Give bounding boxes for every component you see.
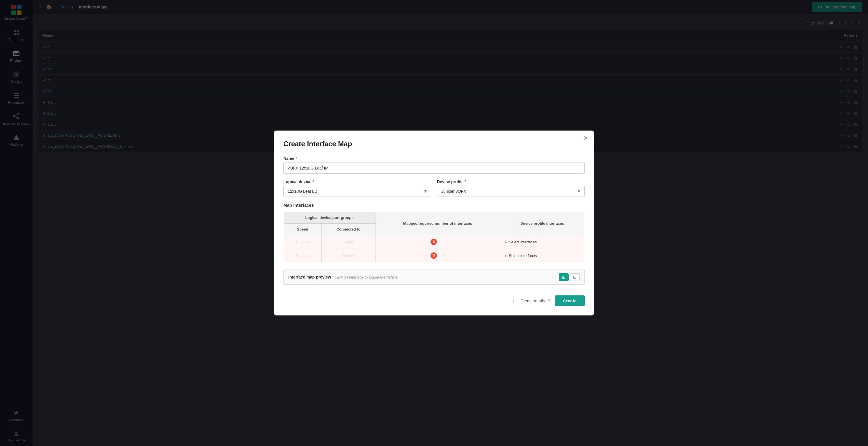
connected-to-cell: Generic	[321, 249, 375, 262]
map-interfaces-table: Logical device port groups Mapped/requir…	[283, 212, 585, 262]
create-another-checkbox[interactable]	[514, 298, 518, 303]
logical-device-group: Logical device * 12x10G Leaf LD ▼	[283, 180, 431, 197]
select-interfaces-button[interactable]: ▶ Select interfaces	[505, 254, 580, 258]
device-profile-required-star: *	[465, 180, 466, 184]
port-groups-header: Logical device port groups	[284, 212, 375, 224]
chevron-right-icon: ▶	[505, 254, 507, 257]
logical-device-select-wrapper: 12x10G Leaf LD ▼	[283, 186, 431, 197]
device-profile-label: Device profile *	[437, 180, 585, 184]
device-row: Logical device * 12x10G Leaf LD ▼ Device…	[283, 180, 585, 197]
device-profile-interfaces-header: Device profile interfaces	[500, 212, 585, 235]
name-input[interactable]	[283, 162, 585, 173]
interface-table-row: 10 Gbps Generic 0 / 6 ▶ Select interface…	[284, 249, 585, 262]
speed-cell: 10 Gbps	[284, 249, 322, 262]
preview-subtitle: Click on interface to toggle the details	[335, 275, 397, 279]
device-profile-group: Device profile * Juniper vQFX ▼	[437, 180, 585, 197]
mapped-count-cell: 0 / 6	[375, 249, 500, 262]
name-form-group: Name *	[283, 156, 585, 173]
modal-create-button[interactable]: Create	[555, 295, 585, 306]
modal-close-button[interactable]: ✕	[583, 135, 588, 141]
interface-table-row: 10 Gbps Spine 0 / 6 ▶ Select interfaces	[284, 235, 585, 249]
connected-to-cell: Spine	[321, 235, 375, 249]
create-another-label: Create Another?	[520, 298, 550, 303]
error-badge: 0	[431, 239, 437, 245]
error-badge: 0	[431, 252, 437, 259]
select-interfaces-label: Select interfaces	[509, 240, 537, 244]
name-required-star: *	[296, 156, 297, 161]
speed-cell: 10 Gbps	[284, 235, 322, 249]
preview-header: Interface map preview Click on interface…	[284, 270, 584, 285]
grid-view-icon: ⊞	[562, 275, 565, 279]
select-interfaces-label: Select interfaces	[509, 254, 537, 258]
mapped-required-header: Mapped/required number of interfaces	[375, 212, 500, 235]
device-profile-select-wrapper: Juniper vQFX ▼	[437, 186, 585, 197]
modal-footer: Create Another? Create	[283, 291, 585, 306]
preview-title: Interface map preview	[288, 275, 331, 279]
list-view-button[interactable]: ⊟	[570, 273, 580, 281]
interface-map-preview-section: Interface map preview Click on interface…	[283, 269, 585, 285]
list-view-icon: ⊟	[573, 275, 577, 279]
name-label: Name *	[283, 156, 585, 161]
modal-title: Create Interface Map	[283, 140, 585, 148]
map-interfaces-label: Map interfaces	[283, 203, 585, 208]
select-interfaces-cell: ▶ Select interfaces	[500, 235, 585, 249]
select-interfaces-cell: ▶ Select interfaces	[500, 249, 585, 262]
chevron-right-icon: ▶	[505, 241, 507, 244]
select-interfaces-button[interactable]: ▶ Select interfaces	[505, 240, 580, 244]
logical-device-select[interactable]: 12x10G Leaf LD	[283, 186, 431, 197]
create-another-wrapper: Create Another?	[514, 298, 550, 303]
grid-view-button[interactable]: ⊞	[559, 273, 569, 281]
connected-to-subheader: Connected to	[321, 224, 375, 235]
speed-subheader: Speed	[284, 224, 322, 235]
modal-overlay[interactable]: ✕ Create Interface Map Name * Logical de…	[0, 0, 868, 446]
mapped-count-cell: 0 / 6	[375, 235, 500, 249]
count-separator: / 6	[440, 240, 444, 244]
device-profile-select[interactable]: Juniper vQFX	[437, 186, 585, 197]
logical-device-required-star: *	[312, 180, 314, 184]
create-interface-map-modal: ✕ Create Interface Map Name * Logical de…	[274, 131, 594, 315]
preview-view-buttons: ⊞ ⊟	[559, 273, 580, 281]
logical-device-label: Logical device *	[283, 180, 431, 184]
count-separator: / 6	[440, 254, 444, 258]
